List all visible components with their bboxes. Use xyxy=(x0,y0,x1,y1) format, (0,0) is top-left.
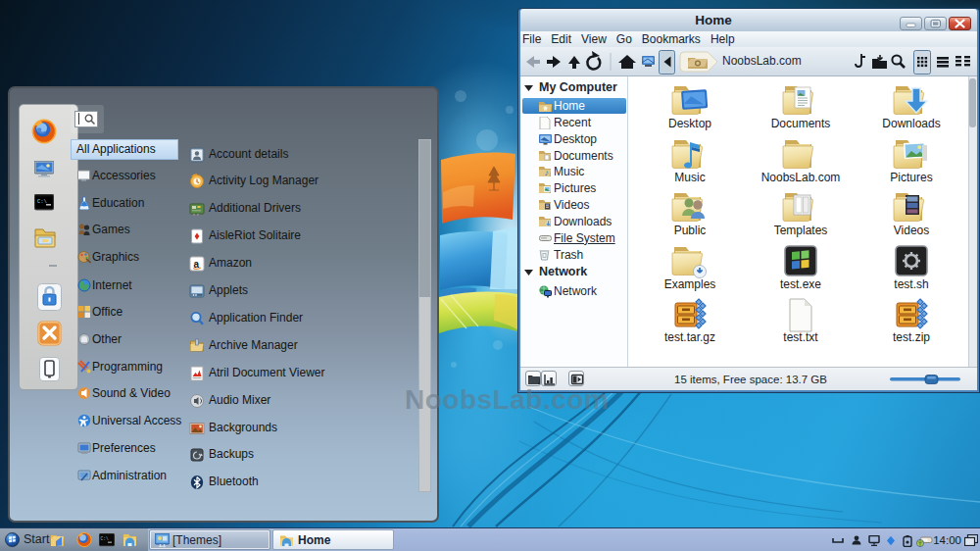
svg-text:C:\: C:\ xyxy=(37,198,47,205)
svg-text:♪: ♪ xyxy=(545,168,550,177)
svg-text:a: a xyxy=(194,259,200,270)
svg-text:C:\: C:\ xyxy=(101,536,109,541)
